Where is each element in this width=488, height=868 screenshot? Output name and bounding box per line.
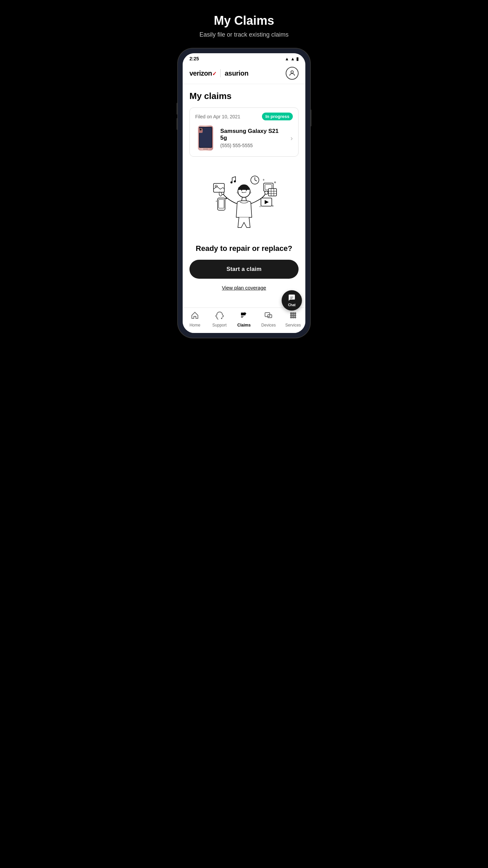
svg-point-48 xyxy=(290,313,292,314)
logo-divider xyxy=(220,69,221,77)
view-coverage-link[interactable]: View plan coverage xyxy=(222,285,266,291)
svg-point-49 xyxy=(292,313,294,314)
illustration-section: + + ✦ + + xyxy=(189,165,299,301)
svg-text:+: + xyxy=(274,180,276,185)
outer-wrapper: My Claims Easily file or track existing … xyxy=(173,14,315,338)
svg-text:+: + xyxy=(263,178,265,182)
chat-fab-label: Chat xyxy=(288,303,296,307)
svg-rect-38 xyxy=(268,189,277,196)
svg-line-16 xyxy=(246,197,246,201)
services-icon xyxy=(289,311,297,321)
profile-button[interactable] xyxy=(286,67,299,80)
home-nav-label: Home xyxy=(189,323,200,328)
svg-point-22 xyxy=(234,180,236,182)
svg-point-14 xyxy=(249,192,251,193)
claims-section-title: My claims xyxy=(189,91,299,101)
svg-point-11 xyxy=(241,190,242,191)
claim-card-header: Filed on Apr 10, 2021 In progress xyxy=(195,113,293,120)
support-icon xyxy=(216,311,224,321)
filed-date: Filed on Apr 10, 2021 xyxy=(195,114,240,119)
support-nav-label: Support xyxy=(212,323,227,328)
svg-rect-9 xyxy=(203,149,208,150)
nav-item-devices[interactable]: Devices xyxy=(256,311,281,328)
chat-icon xyxy=(288,294,296,302)
svg-point-50 xyxy=(294,313,296,314)
status-bar: 2:25 ▲ ▲ ▮ xyxy=(183,53,305,63)
devices-nav-label: Devices xyxy=(261,323,276,328)
svg-point-52 xyxy=(292,315,294,316)
services-nav-label: Services xyxy=(285,323,301,328)
svg-point-43 xyxy=(221,318,222,319)
status-time: 2:25 xyxy=(189,56,199,61)
page-subtitle: Easily file or track existing claims xyxy=(199,31,288,38)
svg-point-55 xyxy=(292,317,294,318)
chevron-right-icon: › xyxy=(290,134,293,142)
svg-point-56 xyxy=(294,317,296,318)
home-icon xyxy=(191,311,199,321)
svg-point-51 xyxy=(290,315,292,316)
svg-point-21 xyxy=(230,181,232,183)
verizon-logo: verizon✓ xyxy=(189,70,216,77)
signal-icon: ▲ xyxy=(290,56,295,61)
device-image xyxy=(195,124,216,152)
svg-point-0 xyxy=(291,71,293,73)
app-header: verizon✓ asurion xyxy=(183,63,305,84)
svg-point-53 xyxy=(294,315,296,316)
status-icons: ▲ ▲ ▮ xyxy=(285,56,299,61)
nav-item-claims[interactable]: Claims xyxy=(232,311,256,328)
devices-icon xyxy=(264,311,272,321)
vol-down-button xyxy=(177,118,178,130)
svg-rect-45 xyxy=(241,317,243,318)
battery-icon: ▮ xyxy=(296,56,299,61)
claims-nav-label: Claims xyxy=(237,323,250,328)
verizon-checkmark-icon: ✓ xyxy=(212,71,217,77)
phone-frame: 2:25 ▲ ▲ ▮ verizon✓ asurion xyxy=(178,48,310,338)
claim-card[interactable]: Filed on Apr 10, 2021 In progress xyxy=(189,107,299,157)
start-claim-button[interactable]: Start a claim xyxy=(189,260,299,279)
wifi-icon: ▲ xyxy=(285,56,289,61)
claim-device-row: Samsung Galaxy S21 5g (555) 555-5555 › xyxy=(195,124,293,152)
nav-item-services[interactable]: Services xyxy=(281,311,305,328)
svg-point-6 xyxy=(200,129,201,130)
power-button xyxy=(310,110,311,126)
svg-text:+: + xyxy=(216,200,217,203)
device-phone-number: (555) 555-5555 xyxy=(220,143,286,148)
nav-item-support[interactable]: Support xyxy=(207,311,231,328)
svg-line-15 xyxy=(242,197,242,201)
svg-text:✦: ✦ xyxy=(225,197,227,200)
svg-rect-44 xyxy=(241,316,244,317)
svg-point-12 xyxy=(246,190,247,191)
ready-text: Ready to repair or replace? xyxy=(196,244,292,253)
nav-item-home[interactable]: Home xyxy=(183,311,207,328)
page-title: My Claims xyxy=(214,14,274,28)
logo-container: verizon✓ asurion xyxy=(189,69,248,77)
asurion-logo: asurion xyxy=(225,70,248,77)
svg-point-54 xyxy=(290,317,292,318)
claims-icon xyxy=(240,311,248,321)
vol-up-button xyxy=(177,103,178,115)
svg-point-8 xyxy=(203,129,203,129)
status-badge: In progress xyxy=(262,113,293,120)
app-content: My claims Filed on Apr 10, 2021 In progr… xyxy=(183,84,305,308)
svg-text:+: + xyxy=(272,204,274,208)
bottom-nav: Home Support xyxy=(183,308,305,333)
device-info: Samsung Galaxy S21 5g (555) 555-5555 xyxy=(220,128,286,148)
device-name: Samsung Galaxy S21 5g xyxy=(220,128,286,141)
svg-text:+: + xyxy=(259,205,261,208)
chat-fab-button[interactable]: Chat xyxy=(282,290,302,311)
svg-point-13 xyxy=(237,192,239,193)
